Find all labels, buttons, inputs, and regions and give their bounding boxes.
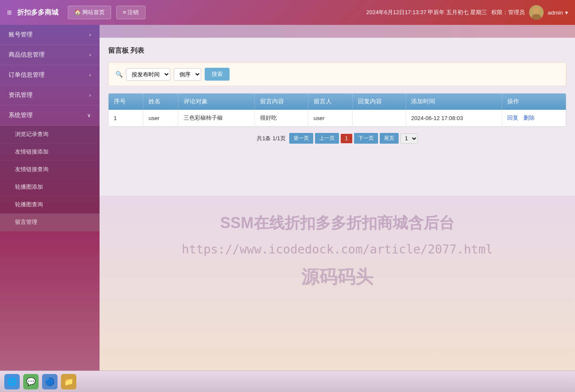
cell-commenter: user [308,110,352,127]
watermark-line2: https://www.icodedock.com/article/2077.h… [108,242,566,256]
datetime-display: 2024年6月12日17:13:37 甲辰年 五月初七 星期三 [366,9,487,16]
page-title: 留言板 列表 [108,46,566,55]
sidebar-item-carousel-query[interactable]: 轮播图查询 [0,196,100,214]
next-page-button[interactable]: 下一页 [354,133,378,144]
pagination: 共1条 1/1页 第一页 上一页 1 下一页 尾页 1 [108,133,566,144]
cell-target: 三色彩椒柿子椒 [178,110,254,127]
search-bar: 🔍 按发布时间 按姓名 倒序 正序 搜索 [108,62,566,86]
sidebar-item-system[interactable]: 系统管理 ∨ [0,106,100,126]
col-commenter: 留言人 [308,93,352,110]
toggle-btn[interactable]: ≡ [7,8,12,18]
sidebar-item-message[interactable]: 留言管理 [0,214,100,231]
sidebar-item-browse[interactable]: 浏览记录查询 [0,126,100,143]
sidebar: 账号管理 › 商品信息管理 › 订单信息管理 › 资讯管理 › 系统管理 ∨ 浏… [0,25,100,371]
header-right: 2024年6月12日17:13:37 甲辰年 五月初七 星期三 权限：管理员 a… [366,5,568,20]
content-area: 留言板 列表 🔍 按发布时间 按姓名 倒序 正序 搜索 [100,38,575,196]
taskbar-icon-app1[interactable]: 🔵 [42,374,58,389]
watermark-line3: 源码码头 [108,265,566,289]
chevron-right-icon: › [89,52,91,58]
table-row: 1 user 三色彩椒柿子椒 很好吃 user 2024-06-12 17:08… [109,110,566,127]
logo: 折扣多多商城 [17,8,58,17]
svg-point-1 [532,14,541,20]
cell-reply [352,110,406,127]
layout: 账号管理 › 商品信息管理 › 订单信息管理 › 资讯管理 › 系统管理 ∨ 浏… [0,25,575,371]
last-page-button[interactable]: 尾页 [380,133,399,144]
sidebar-item-account[interactable]: 账号管理 › [0,25,100,45]
taskbar-icon-files[interactable]: 📁 [61,374,76,389]
avatar [529,5,544,20]
taskbar: 🌐 💬 🔵 📁 [0,371,575,392]
delete-button[interactable]: 删除 [524,115,535,121]
home-button[interactable]: 🏠 网站首页 [68,6,112,19]
cell-id: 1 [109,110,143,127]
order-select[interactable]: 倒序 正序 [174,68,201,81]
cell-content: 很好吃 [255,110,309,127]
chevron-right-icon: › [89,92,91,98]
sidebar-label-product: 商品信息管理 [9,51,45,59]
col-content: 留言内容 [255,93,309,110]
sidebar-label-news: 资讯管理 [9,91,33,99]
current-page-button[interactable]: 1 [341,134,352,143]
pagination-info: 共1条 1/1页 [257,135,286,142]
page-size-select[interactable]: 1 [400,133,418,144]
sidebar-submenu: 浏览记录查询 友情链接添加 友情链接查询 轮播图添加 轮播图查询 留言管理 [0,126,100,231]
col-action: 操作 [502,93,566,110]
col-target: 评论对象 [178,93,254,110]
col-time: 添加时间 [406,93,502,110]
watermark-area: SSM在线折扣多多折扣商城含后台 https://www.icodedock.c… [100,196,575,371]
watermark-line1: SSM在线折扣多多折扣商城含后台 [108,213,566,234]
sort-select[interactable]: 按发布时间 按姓名 [126,68,170,81]
user-dropdown-arrow: ▾ [565,9,568,16]
sidebar-item-friend-add[interactable]: 友情链接添加 [0,143,100,161]
first-page-button[interactable]: 第一页 [289,133,313,144]
col-name: 姓名 [143,93,179,110]
sidebar-label-system: 系统管理 [9,112,33,119]
header: ≡ 折扣多多商城 🏠 网站首页 ≡ 注销 2024年6月12日17:13:37 … [0,0,575,25]
top-strip [100,25,575,38]
cell-name: user [143,110,179,127]
search-icon: 🔍 [115,71,123,78]
svg-point-0 [533,8,539,14]
chevron-right-icon: › [89,72,91,78]
sidebar-item-product[interactable]: 商品信息管理 › [0,45,100,65]
chevron-right-icon: › [89,32,91,38]
sidebar-item-carousel-add[interactable]: 轮播图添加 [0,178,100,196]
sidebar-label-account: 账号管理 [9,31,33,39]
user-menu[interactable]: admin ▾ [548,9,568,16]
chevron-down-icon: ∨ [87,112,91,118]
col-reply: 回复内容 [352,93,406,110]
logout-button[interactable]: ≡ 注销 [116,6,145,19]
reply-button[interactable]: 回复 [507,115,518,121]
main-content: 留言板 列表 🔍 按发布时间 按姓名 倒序 正序 搜索 [100,25,575,371]
taskbar-icon-browser[interactable]: 🌐 [4,374,20,389]
search-button[interactable]: 搜索 [205,68,230,81]
role-label: 权限：管理员 [491,9,525,16]
sidebar-item-friend-query[interactable]: 友情链接查询 [0,161,100,178]
data-table-wrap: 序号 姓名 评论对象 留言内容 留言人 回复内容 添加时间 操作 1 [108,93,566,127]
cell-actions: 回复 删除 [502,110,566,127]
prev-page-button[interactable]: 上一页 [315,133,339,144]
sidebar-label-order: 订单信息管理 [9,71,45,79]
cell-time: 2024-06-12 17:08:03 [406,110,502,127]
taskbar-icon-chat[interactable]: 💬 [23,374,39,389]
col-id: 序号 [109,93,143,110]
sidebar-item-news[interactable]: 资讯管理 › [0,85,100,106]
sidebar-item-order[interactable]: 订单信息管理 › [0,65,100,85]
data-table: 序号 姓名 评论对象 留言内容 留言人 回复内容 添加时间 操作 1 [109,93,566,127]
admin-name: admin [548,9,563,16]
